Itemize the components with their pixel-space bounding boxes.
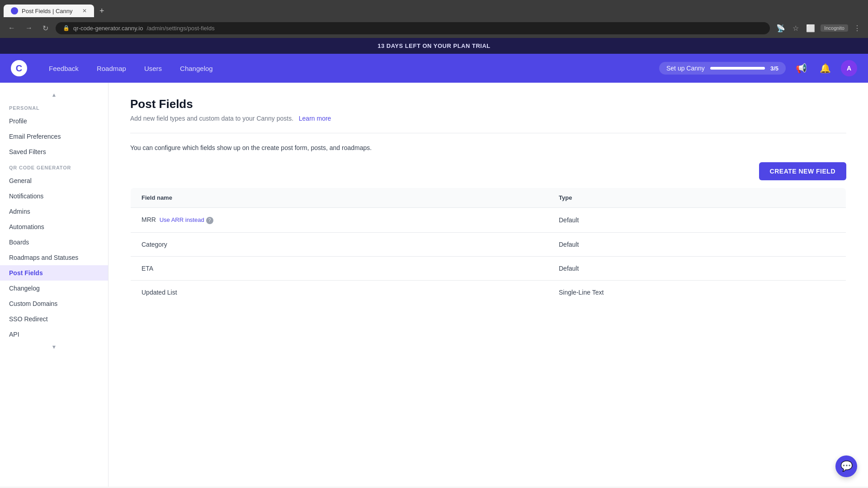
address-bar[interactable]: 🔒 qr-code-generator.canny.io /admin/sett… [56,22,770,34]
field-name-cell: Category [131,232,548,256]
setup-canny-label: Set up Canny [666,65,705,72]
nav-link-feedback[interactable]: Feedback [42,61,86,76]
sidebar-item-general[interactable]: General [0,173,108,188]
top-nav: C Feedback Roadmap Users Changelog Set u… [0,54,868,83]
sidebar-item-email-preferences[interactable]: Email Preferences [0,129,108,144]
field-name-cell: MRR Use ARR instead ? [131,208,548,233]
url-host: qr-code-generator.canny.io [73,25,143,32]
field-name-text: Updated List [142,289,177,296]
table-row: MRR Use ARR instead ?Default [131,208,846,233]
learn-more-link[interactable]: Learn more [299,115,331,122]
bell-icon[interactable]: 🔔 [817,60,834,76]
config-note: You can configure which fields show up o… [130,144,846,151]
trial-banner: 13 DAYS LEFT ON YOUR PLAN TRIAL [0,38,868,54]
setup-canny-count: 3/5 [770,65,778,72]
col-field-name: Field name [131,188,548,208]
secure-icon: 🔒 [63,25,70,31]
cast-icon[interactable]: 📡 [774,22,787,34]
field-name-cell: Updated List [131,280,548,304]
field-type-cell: Single-Line Text [548,280,846,304]
page-layout: ▲ PERSONAL Profile Email Preferences Sav… [0,83,868,487]
megaphone-icon[interactable]: 📢 [793,60,810,76]
sidebar-item-api[interactable]: API [0,327,108,342]
sidebar-item-admins[interactable]: Admins [0,204,108,219]
favicon-icon [11,7,18,14]
field-type-cell: Default [548,208,846,233]
fields-table: Field name Type MRR Use ARR instead ?Def… [130,188,846,305]
sidebar-item-profile[interactable]: Profile [0,113,108,129]
sidebar-item-changelog[interactable]: Changelog [0,281,108,296]
table-row: CategoryDefault [131,232,846,256]
sidebar-item-post-fields[interactable]: Post Fields [0,265,108,281]
tab-title: Post Fields | Canny [22,8,72,14]
avatar[interactable]: A [841,60,857,76]
nav-link-roadmap[interactable]: Roadmap [90,61,133,76]
menu-icon[interactable]: ⋮ [852,22,863,34]
table-row: Updated ListSingle-Line Text [131,280,846,304]
nav-link-users[interactable]: Users [137,61,169,76]
field-name-text: ETA [142,265,153,272]
org-section-label: QR CODE GENERATOR [0,160,108,173]
table-row: ETADefault [131,256,846,280]
field-name-text: Category [142,241,167,248]
field-name-text: MRR [142,216,156,223]
field-type-cell: Default [548,232,846,256]
page-subtitle: Add new field types and custom data to y… [130,115,846,122]
use-arr-link[interactable]: Use ARR instead [160,216,204,223]
scroll-up-indicator: ▲ [0,90,108,100]
incognito-badge: Incognito [821,24,848,32]
url-path: /admin/settings/post-fields [146,25,214,32]
nav-link-changelog[interactable]: Changelog [173,61,220,76]
sidebar-item-custom-domains[interactable]: Custom Domains [0,296,108,311]
browser-tab[interactable]: Post Fields | Canny ✕ [4,5,94,17]
page-title: Post Fields [130,97,846,111]
setup-canny-bar[interactable]: Set up Canny 3/5 [659,62,786,75]
close-tab-button[interactable]: ✕ [82,8,87,14]
section-divider [130,133,846,133]
create-btn-row: CREATE NEW FIELD [130,162,846,180]
field-name-cell: ETA [131,256,548,280]
back-button[interactable]: ← [5,22,18,34]
sidebar-item-boards[interactable]: Boards [0,235,108,250]
main-content: Post Fields Add new field types and cust… [108,83,868,487]
new-tab-button[interactable]: + [96,5,108,18]
scroll-down-indicator: ▼ [0,342,108,352]
col-type: Type [548,188,846,208]
bookmark-icon[interactable]: ☆ [791,22,801,34]
chat-bubble-button[interactable]: 💬 [835,455,857,477]
sidebar-item-automations[interactable]: Automations [0,219,108,235]
chat-icon: 💬 [840,460,853,472]
setup-canny-progress-bar [710,67,765,70]
sidebar-item-saved-filters[interactable]: Saved Filters [0,144,108,160]
personal-section-label: PERSONAL [0,100,108,113]
setup-canny-fill [710,67,765,70]
info-icon[interactable]: ? [206,217,213,224]
nav-right: Set up Canny 3/5 📢 🔔 A [659,60,857,76]
create-new-field-button[interactable]: CREATE NEW FIELD [759,162,846,180]
field-type-cell: Default [548,256,846,280]
extensions-icon[interactable]: ⬜ [804,22,817,34]
sidebar-item-notifications[interactable]: Notifications [0,188,108,204]
refresh-button[interactable]: ↻ [40,22,51,34]
logo[interactable]: C [11,60,27,76]
sidebar: ▲ PERSONAL Profile Email Preferences Sav… [0,83,108,487]
sidebar-item-roadmaps[interactable]: Roadmaps and Statuses [0,250,108,265]
sidebar-item-sso-redirect[interactable]: SSO Redirect [0,311,108,327]
nav-links: Feedback Roadmap Users Changelog [42,61,220,76]
forward-button[interactable]: → [23,22,35,34]
